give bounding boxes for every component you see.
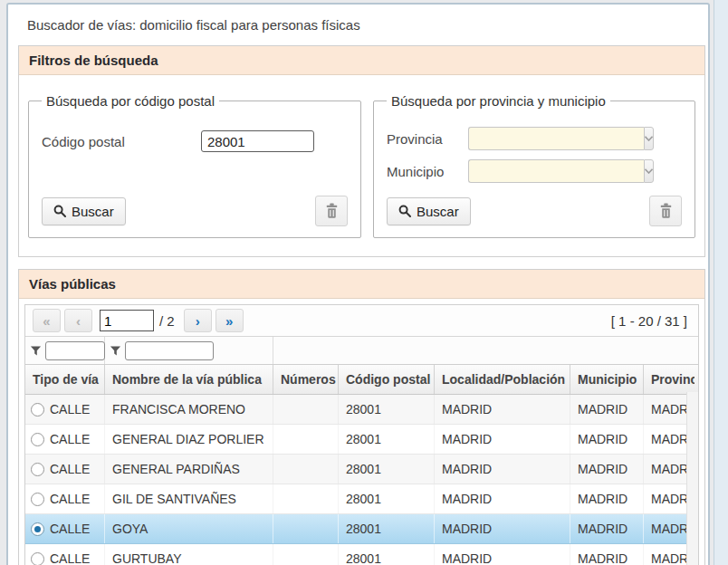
cell-nombre: GOYA: [105, 514, 273, 543]
column-header-numeros[interactable]: Números: [273, 365, 339, 394]
cell-codigo_postal: 28001: [339, 484, 435, 513]
table-row[interactable]: CALLEGOYA28001MADRIDMADRIDMADRID: [25, 514, 698, 544]
province-select-field[interactable]: [468, 127, 644, 150]
table-row[interactable]: CALLEGURTUBAY28001MADRIDMADRIDMADRID: [25, 544, 698, 565]
street-search-dialog: Buscador de vías: domicilio fiscal para …: [6, 3, 710, 565]
cell-tipo: CALLE: [25, 395, 105, 424]
filter-row-spacer: [273, 337, 698, 364]
search-icon: [53, 205, 66, 217]
tipo-filter-cell: [25, 337, 105, 364]
tipo-label: CALLE: [50, 432, 90, 446]
cell-numeros: [273, 514, 339, 543]
cell-nombre: FRANCISCA MORENO: [105, 395, 273, 424]
municipality-select-field[interactable]: [468, 159, 644, 183]
cell-localidad: MADRID: [435, 425, 570, 454]
row-select-radio[interactable]: [31, 552, 44, 565]
cell-codigo_postal: 28001: [339, 425, 435, 454]
next-page-button[interactable]: ›: [184, 309, 212, 332]
filters-section: Filtros de búsqueda Búsqueda por código …: [18, 45, 705, 257]
cell-nombre: GENERAL DIAZ PORLIER: [105, 425, 273, 454]
table-row[interactable]: CALLEGIL DE SANTIVAÑES28001MADRIDMADRIDM…: [25, 484, 698, 514]
column-header-cp[interactable]: Código postal: [339, 365, 435, 394]
column-filter-row: [25, 337, 698, 365]
trash-icon: [324, 203, 340, 219]
cell-nombre: GENERAL PARDIÑAS: [105, 455, 273, 484]
cell-municipio: MADRID: [570, 425, 644, 454]
postal-search-legend: Búsqueda por código postal: [42, 93, 219, 109]
cell-tipo: CALLE: [25, 514, 105, 543]
cell-tipo: CALLE: [25, 455, 105, 484]
column-header-localidad[interactable]: Localidad/Población: [435, 365, 570, 394]
table-header-row: Tipo de vía Nombre de la vía pública Núm…: [25, 365, 698, 395]
cell-numeros: [273, 395, 339, 424]
cell-nombre: GIL DE SANTIVAÑES: [105, 484, 273, 513]
table-row[interactable]: CALLEGENERAL PARDIÑAS28001MADRIDMADRIDMA…: [25, 455, 698, 484]
postal-search-button[interactable]: Buscar: [42, 197, 126, 225]
tipo-filter-input[interactable]: [45, 341, 105, 360]
cell-municipio: MADRID: [570, 455, 644, 484]
municipality-select[interactable]: [468, 159, 647, 183]
table-body: CALLEFRANCISCA MORENO28001MADRIDMADRIDMA…: [25, 395, 698, 565]
row-select-radio[interactable]: [31, 463, 44, 476]
province-search-button-label: Buscar: [417, 204, 459, 219]
filters-section-header: Filtros de búsqueda: [19, 46, 704, 75]
page-total-label: / 2: [159, 313, 175, 329]
page-title: Buscador de vías: domicilio fiscal para …: [27, 17, 704, 33]
trash-icon: [658, 203, 674, 219]
province-label: Provincia: [387, 131, 468, 147]
cell-numeros: [273, 455, 339, 484]
results-range-label: [ 1 - 20 / 31 ]: [611, 313, 691, 329]
cell-numeros: [273, 544, 339, 565]
first-page-button[interactable]: «: [33, 309, 61, 332]
cell-municipio: MADRID: [570, 544, 644, 565]
cell-numeros: [273, 425, 339, 454]
last-page-button[interactable]: »: [216, 309, 244, 332]
tipo-label: CALLE: [50, 492, 90, 506]
province-search-legend: Búsqueda por provincia y municipio: [387, 93, 610, 109]
row-select-radio[interactable]: [31, 403, 44, 417]
results-section: Vías públicas « ‹ / 2 › » [ 1 - 20 / 31 …: [18, 269, 705, 565]
province-search-fieldset: Búsqueda por provincia y municipio Provi…: [373, 93, 695, 238]
tipo-label: CALLE: [50, 551, 90, 565]
chevron-down-icon[interactable]: [644, 159, 654, 183]
column-header-tipo[interactable]: Tipo de vía: [25, 365, 105, 394]
row-select-radio[interactable]: [31, 522, 44, 536]
cell-numeros: [273, 484, 339, 513]
postal-search-button-label: Buscar: [72, 204, 114, 219]
page-number-input[interactable]: [100, 310, 154, 331]
postal-code-label: Código postal: [42, 134, 201, 149]
tipo-label: CALLE: [50, 402, 90, 417]
postal-code-input[interactable]: [201, 130, 314, 152]
filter-funnel-icon: [110, 345, 121, 357]
postal-clear-button[interactable]: [315, 196, 348, 226]
province-select[interactable]: [468, 127, 647, 150]
cell-codigo_postal: 28001: [339, 544, 435, 565]
nombre-filter-cell: [105, 337, 273, 364]
column-header-nombre[interactable]: Nombre de la vía pública: [105, 365, 273, 394]
row-select-radio[interactable]: [31, 433, 44, 446]
table-scrollbar-track[interactable]: [686, 392, 698, 565]
province-search-button[interactable]: Buscar: [387, 197, 471, 225]
column-header-provincia[interactable]: Provincia: [644, 365, 694, 394]
cell-codigo_postal: 28001: [339, 514, 435, 543]
cell-tipo: CALLE: [25, 425, 105, 454]
filter-funnel-icon: [30, 345, 42, 357]
column-header-municipio[interactable]: Municipio: [570, 365, 644, 394]
prev-page-button[interactable]: ‹: [64, 309, 92, 332]
table-row[interactable]: CALLEGENERAL DIAZ PORLIER28001MADRIDMADR…: [25, 425, 698, 455]
chevron-down-icon[interactable]: [644, 127, 654, 150]
row-select-radio[interactable]: [31, 493, 44, 506]
cell-tipo: CALLE: [25, 544, 105, 565]
search-icon: [398, 205, 411, 217]
nombre-filter-input[interactable]: [125, 341, 214, 360]
page-scrollbar[interactable]: [714, 0, 728, 565]
results-section-header: Vías públicas: [19, 270, 704, 299]
cell-municipio: MADRID: [570, 514, 644, 543]
municipality-label: Municipio: [387, 164, 468, 179]
streets-grid: « ‹ / 2 › » [ 1 - 20 / 31 ]: [24, 304, 699, 565]
filters-body: Búsqueda por código postal Código postal: [19, 75, 704, 256]
table-row[interactable]: CALLEFRANCISCA MORENO28001MADRIDMADRIDMA…: [25, 395, 698, 425]
cell-localidad: MADRID: [435, 395, 570, 424]
cell-municipio: MADRID: [570, 395, 644, 424]
province-clear-button[interactable]: [649, 196, 682, 226]
